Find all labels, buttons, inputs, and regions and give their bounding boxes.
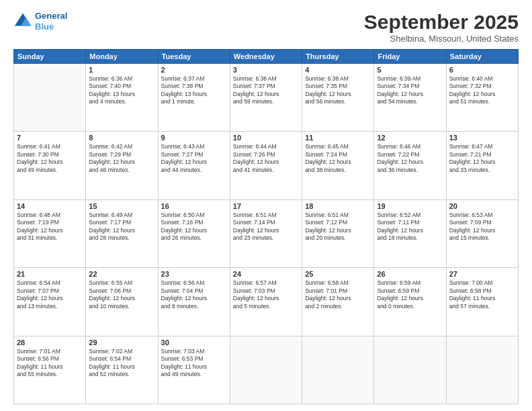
calendar-cell: 8Sunrise: 6:42 AM Sunset: 7:29 PM Daylig… bbox=[86, 132, 158, 199]
day-number: 9 bbox=[161, 134, 227, 142]
calendar-cell: 22Sunrise: 6:55 AM Sunset: 7:06 PM Dayli… bbox=[86, 268, 158, 336]
weekday-header: Wednesday bbox=[230, 50, 302, 64]
calendar-week-row: 1Sunrise: 6:36 AM Sunset: 7:40 PM Daylig… bbox=[14, 64, 519, 132]
day-info: Sunrise: 7:02 AM Sunset: 6:54 PM Dayligh… bbox=[89, 348, 154, 379]
day-info: Sunrise: 6:58 AM Sunset: 7:01 PM Dayligh… bbox=[305, 279, 371, 310]
calendar-cell: 15Sunrise: 6:49 AM Sunset: 7:17 PM Dayli… bbox=[86, 199, 158, 267]
subtitle: Shelbina, Missouri, United States bbox=[364, 34, 519, 44]
day-number: 19 bbox=[377, 202, 443, 210]
day-info: Sunrise: 6:56 AM Sunset: 7:04 PM Dayligh… bbox=[161, 279, 227, 310]
calendar-cell bbox=[374, 336, 446, 404]
calendar-cell: 26Sunrise: 6:59 AM Sunset: 6:59 PM Dayli… bbox=[374, 268, 446, 336]
calendar-cell: 11Sunrise: 6:45 AM Sunset: 7:24 PM Dayli… bbox=[302, 132, 374, 199]
day-info: Sunrise: 6:54 AM Sunset: 7:07 PM Dayligh… bbox=[17, 279, 83, 310]
calendar-cell: 28Sunrise: 7:01 AM Sunset: 6:56 PM Dayli… bbox=[14, 336, 86, 404]
day-info: Sunrise: 6:42 AM Sunset: 7:29 PM Dayligh… bbox=[89, 143, 154, 174]
logo-text: General Blue bbox=[35, 11, 67, 32]
day-number: 24 bbox=[233, 270, 299, 278]
weekday-header: Friday bbox=[374, 50, 446, 64]
calendar-cell: 17Sunrise: 6:51 AM Sunset: 7:14 PM Dayli… bbox=[230, 199, 302, 267]
day-number: 3 bbox=[233, 66, 299, 74]
day-number: 12 bbox=[377, 134, 443, 142]
calendar-cell: 5Sunrise: 6:39 AM Sunset: 7:34 PM Daylig… bbox=[374, 64, 446, 132]
calendar-cell bbox=[446, 336, 518, 404]
calendar-cell: 1Sunrise: 6:36 AM Sunset: 7:40 PM Daylig… bbox=[86, 64, 158, 132]
day-number: 25 bbox=[305, 270, 371, 278]
day-number: 4 bbox=[305, 66, 371, 74]
calendar-cell: 10Sunrise: 6:44 AM Sunset: 7:26 PM Dayli… bbox=[230, 132, 302, 199]
day-number: 14 bbox=[17, 202, 83, 210]
day-info: Sunrise: 6:51 AM Sunset: 7:12 PM Dayligh… bbox=[305, 212, 371, 242]
weekday-header: Monday bbox=[86, 50, 158, 64]
day-info: Sunrise: 7:03 AM Sunset: 6:53 PM Dayligh… bbox=[161, 348, 227, 379]
day-number: 22 bbox=[89, 270, 154, 278]
logo-general: General bbox=[35, 11, 67, 21]
calendar-cell: 9Sunrise: 6:43 AM Sunset: 7:27 PM Daylig… bbox=[158, 132, 230, 199]
day-info: Sunrise: 6:38 AM Sunset: 7:37 PM Dayligh… bbox=[233, 75, 299, 106]
calendar-cell: 3Sunrise: 6:38 AM Sunset: 7:37 PM Daylig… bbox=[230, 64, 302, 132]
day-number: 26 bbox=[377, 270, 443, 278]
day-info: Sunrise: 6:48 AM Sunset: 7:19 PM Dayligh… bbox=[17, 212, 83, 242]
calendar-cell: 23Sunrise: 6:56 AM Sunset: 7:04 PM Dayli… bbox=[158, 268, 230, 336]
day-info: Sunrise: 6:40 AM Sunset: 7:32 PM Dayligh… bbox=[449, 75, 515, 106]
day-number: 7 bbox=[17, 134, 83, 142]
logo: General Blue bbox=[13, 11, 67, 32]
day-number: 29 bbox=[89, 338, 154, 347]
title-block: September 2025 Shelbina, Missouri, Unite… bbox=[364, 11, 519, 44]
weekday-header: Thursday bbox=[302, 50, 374, 64]
calendar-cell: 21Sunrise: 6:54 AM Sunset: 7:07 PM Dayli… bbox=[14, 268, 86, 336]
calendar-cell bbox=[230, 336, 302, 404]
day-info: Sunrise: 6:55 AM Sunset: 7:06 PM Dayligh… bbox=[89, 279, 154, 310]
weekday-header: Sunday bbox=[14, 50, 86, 64]
calendar-cell: 13Sunrise: 6:47 AM Sunset: 7:21 PM Dayli… bbox=[446, 132, 518, 199]
day-number: 18 bbox=[305, 202, 371, 210]
day-number: 20 bbox=[449, 202, 515, 210]
day-info: Sunrise: 6:53 AM Sunset: 7:09 PM Dayligh… bbox=[449, 212, 515, 242]
day-info: Sunrise: 6:52 AM Sunset: 7:11 PM Dayligh… bbox=[377, 212, 443, 242]
day-number: 5 bbox=[377, 66, 443, 74]
day-number: 23 bbox=[161, 270, 227, 278]
calendar-cell: 30Sunrise: 7:03 AM Sunset: 6:53 PM Dayli… bbox=[158, 336, 230, 404]
calendar-cell: 12Sunrise: 6:46 AM Sunset: 7:22 PM Dayli… bbox=[374, 132, 446, 199]
calendar-cell: 14Sunrise: 6:48 AM Sunset: 7:19 PM Dayli… bbox=[14, 199, 86, 267]
calendar-table: SundayMondayTuesdayWednesdayThursdayFrid… bbox=[13, 49, 519, 404]
day-number: 28 bbox=[17, 338, 83, 347]
calendar-cell: 4Sunrise: 6:38 AM Sunset: 7:35 PM Daylig… bbox=[302, 64, 374, 132]
calendar-cell: 19Sunrise: 6:52 AM Sunset: 7:11 PM Dayli… bbox=[374, 199, 446, 267]
day-info: Sunrise: 7:00 AM Sunset: 6:58 PM Dayligh… bbox=[449, 279, 515, 310]
day-info: Sunrise: 6:49 AM Sunset: 7:17 PM Dayligh… bbox=[89, 212, 154, 242]
calendar-cell: 20Sunrise: 6:53 AM Sunset: 7:09 PM Dayli… bbox=[446, 199, 518, 267]
day-info: Sunrise: 6:38 AM Sunset: 7:35 PM Dayligh… bbox=[305, 75, 371, 106]
main-title: September 2025 bbox=[364, 11, 519, 34]
day-info: Sunrise: 6:39 AM Sunset: 7:34 PM Dayligh… bbox=[377, 75, 443, 106]
day-number: 17 bbox=[233, 202, 299, 210]
day-info: Sunrise: 6:59 AM Sunset: 6:59 PM Dayligh… bbox=[377, 279, 443, 310]
logo-icon bbox=[13, 12, 32, 31]
calendar-cell bbox=[302, 336, 374, 404]
day-info: Sunrise: 6:37 AM Sunset: 7:38 PM Dayligh… bbox=[161, 75, 227, 106]
day-number: 2 bbox=[161, 66, 227, 74]
calendar-cell bbox=[14, 64, 86, 132]
day-number: 13 bbox=[449, 134, 515, 142]
calendar-cell: 6Sunrise: 6:40 AM Sunset: 7:32 PM Daylig… bbox=[446, 64, 518, 132]
weekday-header: Tuesday bbox=[158, 50, 230, 64]
calendar-cell: 25Sunrise: 6:58 AM Sunset: 7:01 PM Dayli… bbox=[302, 268, 374, 336]
day-info: Sunrise: 6:45 AM Sunset: 7:24 PM Dayligh… bbox=[305, 143, 371, 174]
day-info: Sunrise: 6:50 AM Sunset: 7:16 PM Dayligh… bbox=[161, 212, 227, 242]
calendar-cell: 2Sunrise: 6:37 AM Sunset: 7:38 PM Daylig… bbox=[158, 64, 230, 132]
day-number: 27 bbox=[449, 270, 515, 278]
calendar-week-row: 7Sunrise: 6:41 AM Sunset: 7:30 PM Daylig… bbox=[14, 132, 519, 199]
day-number: 1 bbox=[89, 66, 154, 74]
weekday-header: Saturday bbox=[446, 50, 518, 64]
weekday-header-row: SundayMondayTuesdayWednesdayThursdayFrid… bbox=[14, 50, 519, 64]
day-number: 6 bbox=[449, 66, 515, 74]
calendar-week-row: 21Sunrise: 6:54 AM Sunset: 7:07 PM Dayli… bbox=[14, 268, 519, 336]
page: General Blue September 2025 Shelbina, Mi… bbox=[0, 0, 532, 411]
day-info: Sunrise: 6:44 AM Sunset: 7:26 PM Dayligh… bbox=[233, 143, 299, 174]
day-number: 8 bbox=[89, 134, 154, 142]
calendar-cell: 27Sunrise: 7:00 AM Sunset: 6:58 PM Dayli… bbox=[446, 268, 518, 336]
day-info: Sunrise: 6:51 AM Sunset: 7:14 PM Dayligh… bbox=[233, 212, 299, 242]
calendar-cell: 7Sunrise: 6:41 AM Sunset: 7:30 PM Daylig… bbox=[14, 132, 86, 199]
day-info: Sunrise: 6:43 AM Sunset: 7:27 PM Dayligh… bbox=[161, 143, 227, 174]
day-number: 15 bbox=[89, 202, 154, 210]
